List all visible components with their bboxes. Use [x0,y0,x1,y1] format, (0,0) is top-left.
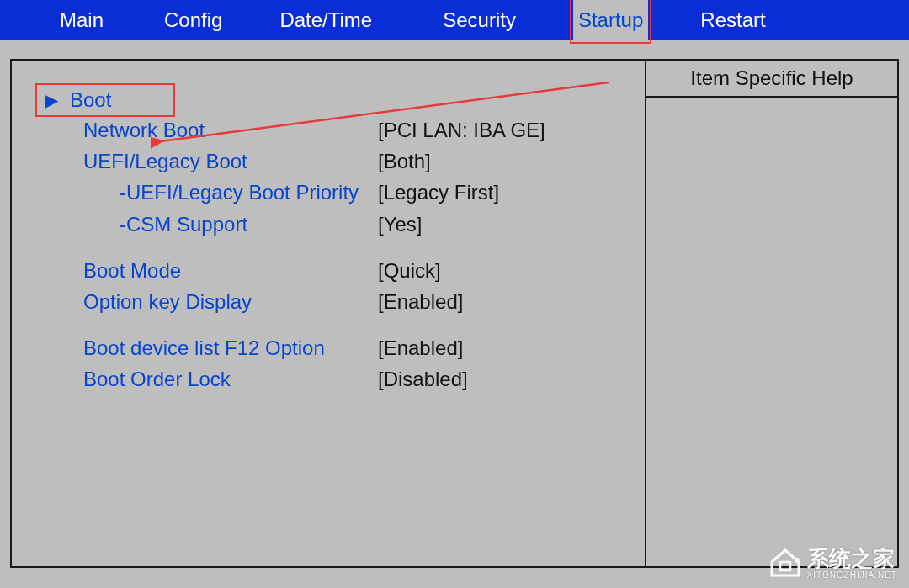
triangle-right-icon: ▶ [45,90,58,110]
value-uefi-priority[interactable]: [Legacy First] [378,177,499,208]
tab-main[interactable]: Main [55,0,109,40]
help-title: Item Specific Help [646,61,897,98]
content-frame: ▶ Boot Network Boot [PCI LAN: IBA GE] UE… [10,59,899,568]
watermark: 系统之家 XITONGZHIJIA.NET [768,544,898,580]
setting-uefi-legacy[interactable]: UEFI/Legacy Boot [45,146,378,177]
settings-pane: ▶ Boot Network Boot [PCI LAN: IBA GE] UE… [12,61,645,566]
svg-rect-2 [780,562,790,570]
value-option-key[interactable]: [Enabled] [378,286,463,317]
svg-point-3 [795,558,800,563]
value-csm[interactable]: [Yes] [378,209,423,240]
setting-option-key[interactable]: Option key Display [45,286,378,317]
value-boot-order-lock[interactable]: [Disabled] [378,363,468,395]
tab-security[interactable]: Security [438,0,521,40]
watermark-text: 系统之家 [807,546,895,571]
value-network-boot[interactable]: [PCI LAN: IBA GE] [378,114,545,146]
setting-network-boot[interactable]: Network Boot [45,114,378,146]
setting-uefi-priority[interactable]: -UEFI/Legacy Boot Priority [45,177,378,208]
value-f12-option[interactable]: [Enabled] [378,332,463,363]
setting-boot-mode[interactable]: Boot Mode [45,255,378,286]
tab-datetime[interactable]: Date/Time [274,0,377,40]
value-uefi-legacy[interactable]: [Both] [378,146,431,177]
boot-label: Boot [70,88,111,112]
value-boot-mode[interactable]: [Quick] [378,255,441,286]
tab-config[interactable]: Config [159,0,227,40]
setting-boot-order-lock[interactable]: Boot Order Lock [45,363,378,395]
tab-restart[interactable]: Restart [695,0,770,40]
setting-csm[interactable]: -CSM Support [45,209,378,240]
menu-boot[interactable]: ▶ Boot [45,86,172,114]
house-icon [768,547,802,577]
help-pane: Item Specific Help [645,61,897,566]
bios-menubar: Main Config Date/Time Security Startup R… [0,0,909,40]
setting-f12-option[interactable]: Boot device list F12 Option [45,332,378,363]
watermark-sub: XITONGZHIJIA.NET [807,570,898,580]
tab-startup[interactable]: Startup [573,0,648,40]
